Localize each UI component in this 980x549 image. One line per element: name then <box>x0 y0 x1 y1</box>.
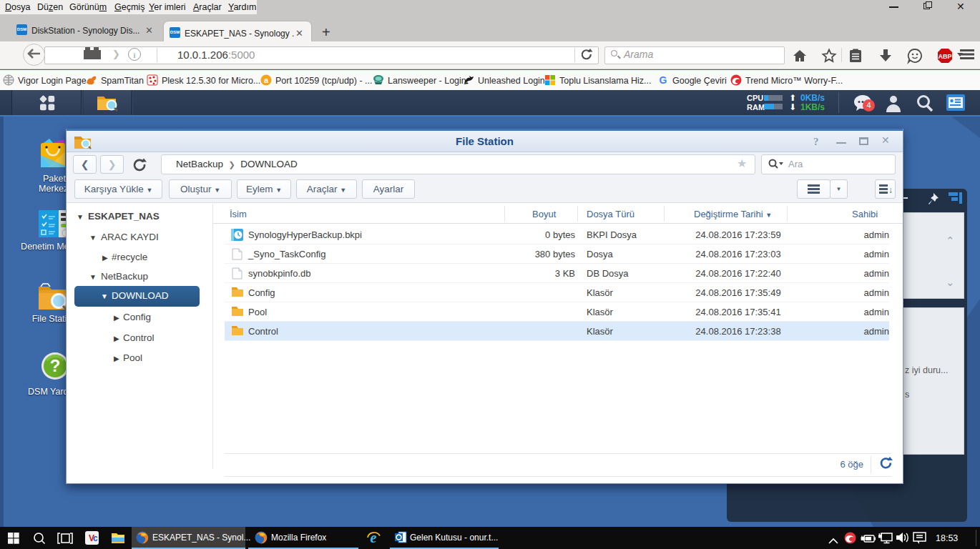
svg-text:?: ? <box>50 356 61 375</box>
svg-text:a: a <box>264 76 269 84</box>
svg-text:ABP: ABP <box>938 53 951 60</box>
svg-text:c: c <box>93 533 98 543</box>
svg-text:G: G <box>660 74 667 86</box>
